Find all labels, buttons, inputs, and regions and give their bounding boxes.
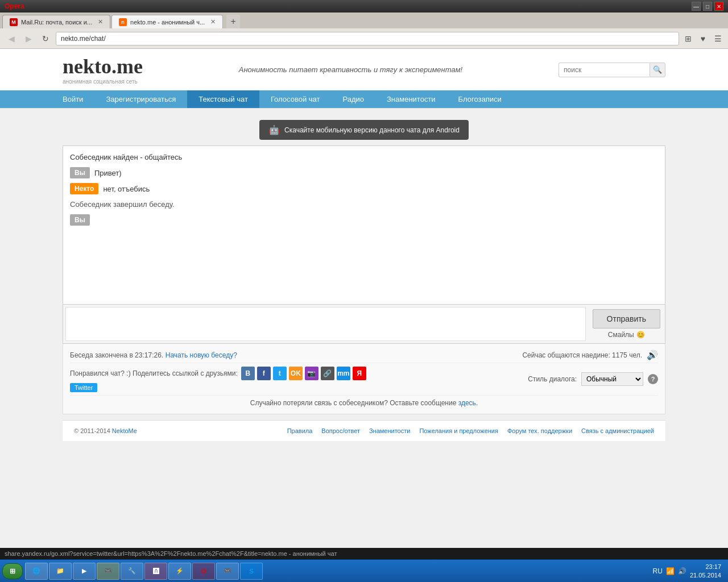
address-text: nekto.me/chat/ xyxy=(61,35,106,43)
start-button[interactable]: ⊞ xyxy=(2,563,23,579)
opera-logo: Opera xyxy=(5,2,24,10)
back-button[interactable]: ◀ xyxy=(5,32,18,45)
taskbar-folder[interactable]: 📁 xyxy=(49,563,72,580)
chat-input[interactable] xyxy=(65,307,586,341)
taskbar-app3[interactable]: 🅰 xyxy=(144,563,167,580)
taskbar-folder-icon: 📁 xyxy=(56,567,64,575)
new-tab-button[interactable]: + xyxy=(226,15,240,28)
mm-share-button[interactable]: mm xyxy=(337,367,350,380)
chain-share-button[interactable]: 🔗 xyxy=(321,367,334,380)
tray-lang[interactable]: RU xyxy=(653,567,663,575)
status-bar: share.yandex.ru/go.xml?service=twitter&u… xyxy=(0,548,728,559)
title-bar: Opera — □ ✕ xyxy=(0,0,728,13)
footer-copyright: © 2011-2014 NektoMe xyxy=(74,427,137,434)
taskbar-opera-icon: O xyxy=(201,568,206,575)
footer-rules[interactable]: Правила xyxy=(287,427,313,434)
twitter-share-button[interactable]: t xyxy=(273,367,287,380)
nav-voice-chat[interactable]: Голосовой чат xyxy=(259,90,332,108)
maximize-button[interactable]: □ xyxy=(703,2,712,11)
nav-radio[interactable]: Радио xyxy=(331,90,375,108)
heart-icon[interactable]: ♥ xyxy=(697,33,709,44)
you-badge-1: Вы xyxy=(70,167,90,178)
msg-text-2: нет, отъебись xyxy=(103,183,150,193)
tab-mail[interactable]: M Mail.Ru: почта, поиск и... ✕ xyxy=(2,15,110,28)
footer-qa[interactable]: Вопрос/ответ xyxy=(321,427,360,434)
help-icon[interactable]: ? xyxy=(648,374,658,384)
footer-session-row: Беседа закончена в 23:17:26. Начать нову… xyxy=(70,347,658,363)
sound-icon[interactable]: 🔊 xyxy=(647,350,658,360)
footer-celebrities[interactable]: Знаменитости xyxy=(369,427,410,434)
nav-celebrities[interactable]: Знаменитости xyxy=(375,90,447,108)
refresh-button[interactable]: ↻ xyxy=(39,32,52,45)
search-button[interactable]: 🔍 xyxy=(650,63,665,77)
chat-window: Собеседник найден - общайтесь Вы Привет)… xyxy=(63,146,665,305)
tray-sound[interactable]: 🔊 xyxy=(678,567,686,575)
bookmarks-icon[interactable]: ⊞ xyxy=(682,33,694,44)
new-session-link[interactable]: Начать новую беседу? xyxy=(166,351,237,359)
lost-connection: Случайно потеряли связь с собеседником? … xyxy=(70,395,658,410)
site-footer: © 2011-2014 NektoMe Правила Вопрос/ответ… xyxy=(63,420,665,441)
taskbar-app4[interactable]: ⚡ xyxy=(168,563,191,580)
twitter-label-wrapper: Twitter xyxy=(72,384,97,392)
taskbar-steam[interactable]: 🎮 xyxy=(216,563,239,580)
logo-area: nekto.me анонимная социальная сеть xyxy=(63,55,143,85)
site-header-inner: nekto.me анонимная социальная сеть Анони… xyxy=(51,49,677,90)
search-area: 🔍 xyxy=(559,63,665,77)
twitter-label[interactable]: Twitter xyxy=(70,383,97,392)
taskbar-opera[interactable]: O xyxy=(192,563,215,580)
nekto-badge: Некто xyxy=(70,183,98,194)
forward-button[interactable]: ▶ xyxy=(22,32,35,45)
minimize-button[interactable]: — xyxy=(692,2,701,11)
system-clock[interactable]: 23:17 21.05.2014 xyxy=(690,563,721,579)
site-logo[interactable]: nekto.me xyxy=(63,55,143,78)
taskbar-skype-icon: S xyxy=(249,568,253,575)
emoji-row: Смайлы 😊 xyxy=(608,331,645,339)
taskbar-player[interactable]: ▶ xyxy=(73,563,96,580)
tray-network[interactable]: 📶 xyxy=(666,567,675,575)
emoji-icon[interactable]: 😊 xyxy=(636,331,645,339)
share-icons: В f t OK 📷 🔗 mm Я xyxy=(241,367,366,380)
tab-nekto[interactable]: n nekto.me - анонимный ч... ✕ xyxy=(111,15,223,28)
share-section: Понравился чат? :) Поделитесь ссылкой с … xyxy=(70,367,366,392)
instagram-share-button[interactable]: 📷 xyxy=(305,367,318,380)
ya-share-button[interactable]: Я xyxy=(353,367,366,380)
search-input[interactable] xyxy=(559,63,650,77)
tab-mail-close[interactable]: ✕ xyxy=(98,18,103,26)
taskbar-app3-icon: 🅰 xyxy=(153,568,159,575)
copyright-symbol: © 2011-2014 xyxy=(74,427,112,434)
nav-register[interactable]: Зарегистрироваться xyxy=(94,90,187,108)
taskbar: ⊞ 🌐 📁 ▶ 🎮 🔧 🅰 ⚡ xyxy=(0,559,728,582)
ok-share-button[interactable]: OK xyxy=(289,367,303,380)
search-icon: 🔍 xyxy=(653,65,662,74)
lost-link[interactable]: здесь xyxy=(458,399,476,407)
copyright-link[interactable]: NektoMe xyxy=(112,427,137,434)
android-banner[interactable]: 🤖 Скачайте мобильную версию данного чата… xyxy=(259,120,469,140)
windows-icon: ⊞ xyxy=(10,567,15,575)
nav-login[interactable]: Войти xyxy=(51,90,94,108)
address-bar[interactable]: nekto.me/chat/ xyxy=(56,32,679,45)
tab-nekto-label: nekto.me - анонимный ч... xyxy=(130,19,205,26)
style-select[interactable]: Обычный Классический Современный xyxy=(581,372,643,386)
menu-icon[interactable]: ☰ xyxy=(712,33,723,44)
browser-frame: Opera — □ ✕ M Mail.Ru: почта, поиск и...… xyxy=(0,0,728,582)
tab-nekto-close[interactable]: ✕ xyxy=(210,18,216,26)
nav-blog[interactable]: Блогозаписи xyxy=(447,90,513,108)
close-button[interactable]: ✕ xyxy=(714,2,723,11)
share-row: Понравился чат? :) Поделитесь ссылкой с … xyxy=(70,367,366,392)
vk-share-button[interactable]: В xyxy=(241,367,255,380)
taskbar-app2[interactable]: 🔧 xyxy=(121,563,143,580)
footer-support[interactable]: Форум тех. поддержки xyxy=(507,427,572,434)
nav-text-chat[interactable]: Текстовый чат xyxy=(187,90,259,108)
send-button[interactable]: Отправить xyxy=(593,309,660,329)
android-icon: 🤖 xyxy=(268,124,280,135)
facebook-share-button[interactable]: f xyxy=(257,367,271,380)
footer-contact[interactable]: Связь с администрацией xyxy=(581,427,654,434)
taskbar-skype[interactable]: S xyxy=(240,563,263,580)
taskbar-app1[interactable]: 🎮 xyxy=(97,563,119,580)
mail-favicon: M xyxy=(10,18,18,26)
footer-wishes[interactable]: Пожелания и предложения xyxy=(419,427,498,434)
page-content: nekto.me анонимная социальная сеть Анони… xyxy=(0,49,728,548)
title-bar-left: Opera xyxy=(5,2,24,10)
send-section: Отправить Смайлы 😊 xyxy=(588,305,665,343)
taskbar-ie[interactable]: 🌐 xyxy=(25,563,48,580)
